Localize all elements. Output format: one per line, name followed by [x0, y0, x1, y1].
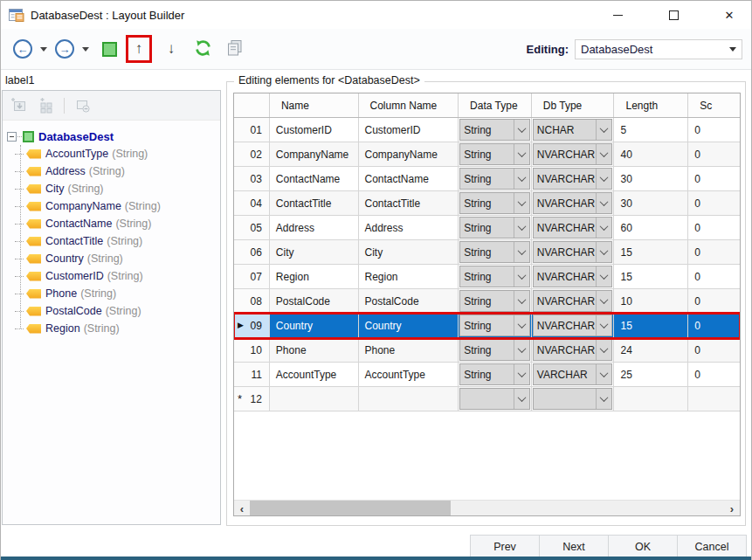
cell-data-type[interactable]: String: [459, 216, 532, 240]
scroll-right-icon[interactable]: ›: [724, 501, 740, 516]
ok-button[interactable]: OK: [608, 535, 678, 558]
cell-scale[interactable]: 0: [688, 191, 740, 216]
column-header-db-type[interactable]: Db Type: [532, 93, 615, 117]
db-type-combobox[interactable]: NVARCHAR: [533, 290, 613, 312]
data-type-combobox[interactable]: String: [459, 315, 530, 336]
editing-combobox[interactable]: DatabaseDest: [575, 39, 742, 59]
cell-scale[interactable]: 0: [688, 240, 740, 265]
data-type-combobox[interactable]: String: [459, 217, 530, 239]
chevron-down-icon[interactable]: [514, 266, 529, 287]
table-row[interactable]: 10 Phone Phone String NVARCHAR: [234, 338, 740, 363]
copy-layout-button[interactable]: [226, 39, 243, 59]
minimize-button[interactable]: [608, 5, 627, 24]
green-square-button[interactable]: [102, 42, 117, 57]
cell-length[interactable]: 5: [614, 118, 688, 142]
cancel-button[interactable]: Cancel: [677, 535, 747, 558]
cell-data-type[interactable]: String: [459, 289, 532, 314]
chevron-down-icon[interactable]: [596, 315, 611, 335]
cell-name[interactable]: CustomerID: [270, 118, 359, 142]
chevron-down-icon[interactable]: [514, 315, 529, 335]
tree-item[interactable]: CompanyName (String): [3, 197, 220, 215]
row-header[interactable]: 01: [234, 118, 270, 142]
cell-name[interactable]: [270, 387, 359, 411]
cell-length[interactable]: 15: [614, 240, 688, 265]
tree-item[interactable]: CustomerID (String): [3, 267, 220, 285]
prev-button[interactable]: Prev: [470, 535, 540, 558]
cell-length[interactable]: 30: [614, 167, 688, 191]
chevron-down-icon[interactable]: [596, 193, 611, 213]
data-type-combobox[interactable]: String: [459, 241, 530, 263]
chevron-down-icon[interactable]: [596, 242, 611, 262]
data-type-combobox[interactable]: String: [459, 363, 530, 385]
cell-name[interactable]: Region: [270, 265, 359, 289]
tree-root-node[interactable]: DatabaseDest: [3, 128, 220, 145]
cell-scale[interactable]: [688, 387, 740, 411]
cell-name[interactable]: Phone: [270, 338, 359, 363]
cell-db-type[interactable]: NVARCHAR: [532, 289, 615, 314]
chevron-down-icon[interactable]: [596, 169, 611, 189]
chevron-down-icon[interactable]: [596, 120, 611, 140]
cell-length[interactable]: 15: [614, 265, 688, 289]
chevron-down-icon[interactable]: [514, 193, 529, 213]
collapse-icon[interactable]: [7, 132, 17, 142]
chevron-down-icon[interactable]: [596, 218, 611, 238]
column-header-blank[interactable]: [234, 93, 270, 117]
db-type-combobox[interactable]: NVARCHAR: [533, 192, 613, 214]
table-row[interactable]: 08 PostalCode PostalCode String: [234, 289, 740, 314]
table-row[interactable]: * 12: [234, 387, 740, 411]
chevron-down-icon[interactable]: [596, 266, 611, 287]
cell-data-type[interactable]: String: [459, 118, 532, 142]
cell-scale[interactable]: 0: [688, 265, 740, 289]
move-down-button[interactable]: ↓: [161, 38, 182, 60]
row-header[interactable]: 06: [234, 240, 270, 265]
back-button[interactable]: ←: [13, 39, 32, 59]
chevron-down-icon[interactable]: [596, 144, 611, 164]
data-type-combobox[interactable]: [459, 388, 530, 410]
tree-item[interactable]: ContactTitle (String): [3, 232, 220, 250]
cell-db-type[interactable]: VARCHAR: [532, 363, 615, 387]
tree-item[interactable]: ContactName (String): [3, 215, 220, 232]
cell-length[interactable]: 60: [614, 216, 688, 240]
forward-button[interactable]: →: [55, 39, 74, 59]
cell-length[interactable]: 30: [614, 191, 688, 216]
data-type-combobox[interactable]: String: [459, 119, 530, 141]
tree-item[interactable]: Address (String): [3, 162, 220, 180]
chevron-down-icon[interactable]: [514, 169, 529, 189]
tree-item[interactable]: City (String): [3, 180, 220, 197]
cell-name[interactable]: ContactName: [270, 167, 359, 191]
chevron-down-icon[interactable]: [514, 218, 529, 238]
table-row[interactable]: 06 City City String NVARCHAR: [234, 240, 740, 265]
data-type-combobox[interactable]: String: [459, 266, 530, 287]
db-type-combobox[interactable]: [533, 388, 613, 410]
table-row[interactable]: 05 Address Address String NVAR: [234, 216, 740, 240]
cell-name[interactable]: Address: [270, 216, 359, 240]
cell-name[interactable]: City: [270, 240, 359, 265]
add-items-button[interactable]: [38, 97, 54, 114]
column-header-scale[interactable]: Sc: [688, 93, 740, 117]
db-type-combobox[interactable]: NCHAR: [533, 119, 613, 141]
cell-db-type[interactable]: NVARCHAR: [532, 265, 615, 289]
tree-item[interactable]: Phone (String): [3, 285, 220, 302]
chevron-down-icon[interactable]: [596, 291, 611, 311]
cell-column-name[interactable]: Region: [359, 265, 459, 289]
cell-data-type[interactable]: String: [459, 240, 532, 265]
cell-column-name[interactable]: ContactTitle: [359, 191, 459, 216]
cell-column-name[interactable]: City: [359, 240, 459, 265]
cell-length[interactable]: 24: [614, 338, 688, 363]
cell-length[interactable]: 10: [614, 289, 688, 314]
row-header[interactable]: * 12: [234, 387, 270, 411]
chevron-down-icon[interactable]: [514, 242, 529, 262]
row-header[interactable]: ▶ 09: [234, 314, 270, 338]
cell-length[interactable]: 25: [614, 363, 688, 387]
table-row[interactable]: 04 ContactTitle ContactTitle String: [234, 191, 740, 216]
tree-item[interactable]: AccountType (String): [3, 145, 220, 162]
table-row[interactable]: 01 CustomerID CustomerID String: [234, 118, 740, 142]
cell-db-type[interactable]: NVARCHAR: [532, 240, 615, 265]
cell-data-type[interactable]: [459, 387, 532, 411]
cell-db-type[interactable]: NVARCHAR: [532, 216, 615, 240]
cell-scale[interactable]: 0: [688, 314, 740, 338]
chevron-down-icon[interactable]: [514, 120, 529, 140]
row-header[interactable]: 02: [234, 142, 270, 167]
cell-name[interactable]: AccountType: [270, 363, 359, 387]
db-type-combobox[interactable]: NVARCHAR: [533, 217, 613, 239]
